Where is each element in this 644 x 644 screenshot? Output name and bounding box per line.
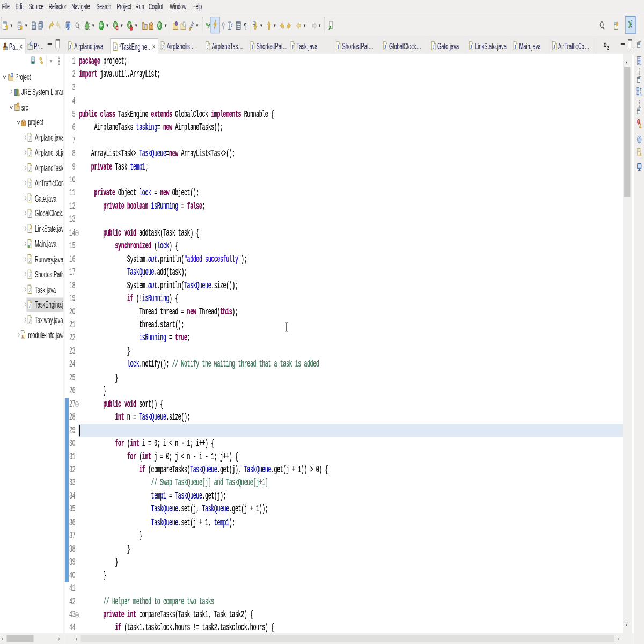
svg-text:J: J [29,317,31,324]
svg-text:¶: ¶ [244,21,246,31]
svg-text:A: A [640,91,642,96]
svg-text:J: J [29,165,31,172]
svg-text:J: J [162,43,164,50]
svg-text:J: J [292,43,294,50]
svg-text:J: J [69,43,71,50]
svg-text:J: J [29,150,31,157]
svg-text:J: J [29,196,31,202]
svg-text:J: J [384,43,386,50]
svg-text:J: J [29,272,31,278]
svg-text:J: J [553,43,555,50]
svg-text:J: J [29,181,31,187]
svg-text:J: J [29,257,31,263]
svg-text:J: J [29,211,31,217]
svg-text:J: J [11,72,12,77]
svg-text:J: J [252,43,253,50]
svg-text:J: J [207,43,209,50]
svg-text:J: J [28,226,30,232]
svg-text:J: J [515,43,516,50]
svg-text:J: J [144,24,146,30]
svg-text:@: @ [638,137,641,143]
svg-text:J: J [29,302,31,309]
svg-text:C: C [158,23,160,29]
svg-text:J: J [470,43,472,50]
svg-text:J: J [29,135,31,142]
svg-text:J: J [29,287,31,294]
svg-text:J: J [433,43,434,50]
svg-text:J: J [338,43,339,50]
svg-text:m: m [21,333,24,339]
svg-text:J: J [114,44,116,50]
